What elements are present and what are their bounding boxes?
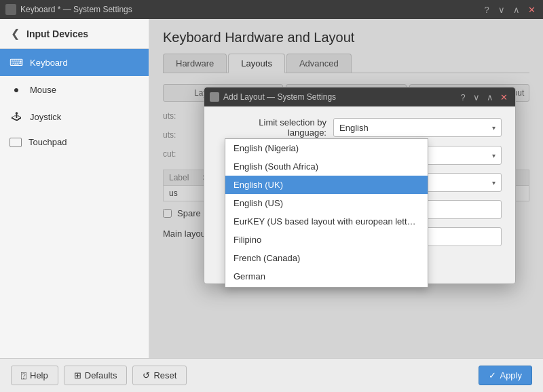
dialog-help-button[interactable]: ? xyxy=(457,91,469,103)
add-layout-dialog: Add Layout — System Settings ? ∨ ∧ ✕ Lim… xyxy=(204,87,516,284)
sidebar-item-joystick[interactable]: 🕹 Joystick xyxy=(0,103,149,130)
mouse-icon: ● xyxy=(10,83,23,96)
dropdown-arrow-icon: ▾ xyxy=(492,124,495,132)
dialog-body: Limit selection by language: English ▾ E… xyxy=(204,106,515,283)
dialog-icon xyxy=(210,92,219,102)
close-button[interactable]: ✕ xyxy=(525,3,538,16)
apply-button[interactable]: ✓ Apply xyxy=(479,366,532,385)
limit-language-select[interactable]: English ▾ xyxy=(333,118,502,137)
sidebar-item-label-touchpad: Touchpad xyxy=(29,137,67,147)
sidebar-item-label-mouse: Mouse xyxy=(30,85,56,95)
bottom-right: ✓ Apply xyxy=(479,366,532,385)
titlebar: Keyboard * — System Settings ? ∨ ∧ ✕ xyxy=(0,0,543,19)
dialog-titlebar: Add Layout — System Settings ? ∨ ∧ ✕ xyxy=(204,87,515,106)
dropdown-item-english-us[interactable]: English (US) xyxy=(225,194,428,212)
layout-dropdown-arrow-icon: ▾ xyxy=(492,152,495,159)
limit-language-select-wrapper: English ▾ English (Nigeria)English (Sout… xyxy=(333,118,502,137)
variant-dropdown-arrow-icon: ▾ xyxy=(492,179,495,187)
main-layout: ❮ Input Devices ⌨ Keyboard ● Mouse 🕹 Joy… xyxy=(0,19,543,358)
defaults-button[interactable]: ⊞ Defaults xyxy=(64,366,128,385)
defaults-icon: ⊞ xyxy=(74,370,81,380)
minimize-button[interactable]: ∨ xyxy=(495,3,508,16)
titlebar-left: Keyboard * — System Settings xyxy=(5,4,132,15)
dropdown-item-indian[interactable]: Indian xyxy=(225,286,428,288)
sidebar-title: Input Devices xyxy=(26,28,88,39)
dialog-close-button[interactable]: ✕ xyxy=(498,91,510,103)
dropdown-item-eurkey[interactable]: EurKEY (US based layout with european le… xyxy=(225,212,428,231)
back-button[interactable]: ❮ xyxy=(8,26,22,41)
dropdown-item-french-canada[interactable]: French (Canada) xyxy=(225,249,428,267)
dropdown-item-english-south-africa[interactable]: English (South Africa) xyxy=(225,157,428,176)
keyboard-icon: ⌨ xyxy=(10,56,23,69)
limit-language-value: English xyxy=(339,123,369,133)
reset-button[interactable]: ↺ Reset xyxy=(132,366,187,385)
limit-language-row: Limit selection by language: English ▾ E… xyxy=(218,117,502,138)
dialog-minimize-button[interactable]: ∨ xyxy=(470,91,483,103)
content-area: Keyboard Hardware and Layout Hardware La… xyxy=(149,19,543,358)
dropdown-item-filipino[interactable]: Filipino xyxy=(225,231,428,249)
bottom-left: ⍰ Help ⊞ Defaults ↺ Reset xyxy=(11,366,187,385)
limit-language-control: English ▾ English (Nigeria)English (Sout… xyxy=(333,118,502,137)
help-icon: ⍰ xyxy=(21,370,26,380)
dialog-title-left: Add Layout — System Settings xyxy=(210,92,336,102)
joystick-icon: 🕹 xyxy=(10,110,23,123)
sidebar-item-mouse[interactable]: ● Mouse xyxy=(0,76,149,103)
help-bottom-button[interactable]: ⍰ Help xyxy=(11,366,58,385)
dropdown-item-english-uk[interactable]: English (UK) xyxy=(225,176,428,194)
apply-label: Apply xyxy=(500,370,522,380)
titlebar-controls: ? ∨ ∧ ✕ xyxy=(481,3,538,16)
sidebar: ❮ Input Devices ⌨ Keyboard ● Mouse 🕹 Joy… xyxy=(0,19,149,358)
titlebar-title: Keyboard * — System Settings xyxy=(20,5,132,14)
sidebar-header: ❮ Input Devices xyxy=(0,19,149,49)
bottom-bar: ⍰ Help ⊞ Defaults ↺ Reset ✓ Apply xyxy=(0,358,543,392)
reset-label: Reset xyxy=(153,370,176,380)
sidebar-item-label-joystick: Joystick xyxy=(30,112,61,122)
touchpad-icon xyxy=(10,138,22,147)
defaults-label: Defaults xyxy=(85,370,117,380)
limit-language-label: Limit selection by language: xyxy=(218,117,326,138)
sidebar-item-touchpad[interactable]: Touchpad xyxy=(0,130,149,154)
app-icon xyxy=(5,4,16,15)
sidebar-item-label-keyboard: Keyboard xyxy=(30,58,68,68)
dialog-title-text: Add Layout — System Settings xyxy=(223,92,336,102)
dropdown-item-german[interactable]: German xyxy=(225,267,428,286)
maximize-button[interactable]: ∧ xyxy=(510,3,523,16)
dialog-maximize-button[interactable]: ∧ xyxy=(484,91,496,103)
dropdown-item-english-nigeria[interactable]: English (Nigeria) xyxy=(225,139,428,157)
help-button[interactable]: ? xyxy=(481,3,493,16)
reset-icon: ↺ xyxy=(143,370,150,380)
apply-icon: ✓ xyxy=(489,370,496,380)
dialog-controls: ? ∨ ∧ ✕ xyxy=(457,91,510,103)
sidebar-item-keyboard[interactable]: ⌨ Keyboard xyxy=(0,49,149,76)
help-label: Help xyxy=(30,370,48,380)
language-dropdown-list[interactable]: English (Nigeria)English (South Africa)E… xyxy=(225,138,428,288)
